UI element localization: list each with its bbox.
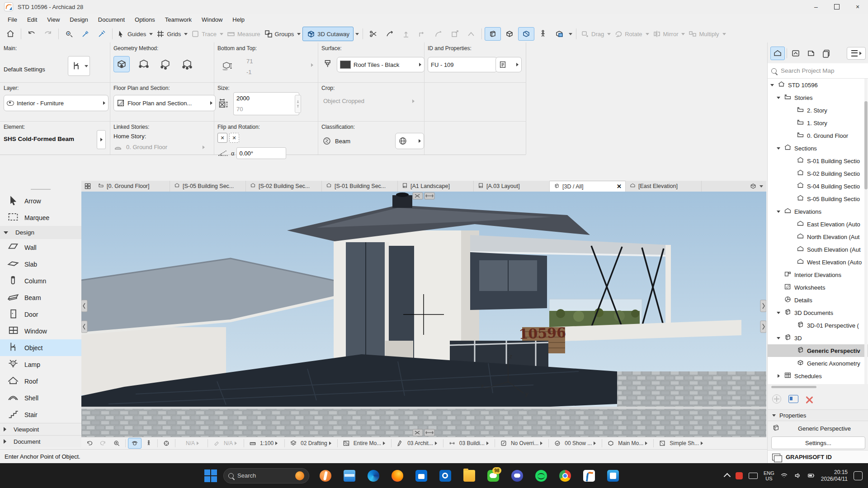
view-map-button[interactable]: [789, 47, 802, 60]
toolbox-item[interactable]: Wall: [0, 239, 81, 256]
split-button[interactable]: [366, 28, 381, 40]
size-width-field[interactable]: 2000: [233, 92, 299, 104]
taskbar-app[interactable]: [508, 467, 526, 485]
angle-field[interactable]: 0.00°: [236, 147, 286, 159]
drag-vertex-button[interactable]: [398, 28, 414, 40]
tree-hscrollbar[interactable]: [771, 386, 816, 388]
default-settings-button[interactable]: [68, 56, 84, 76]
dimension-dropdown[interactable]: [486, 441, 489, 445]
guides-button[interactable]: Guides: [115, 28, 147, 40]
close-button[interactable]: ×: [847, 0, 868, 14]
grids-dropdown[interactable]: [184, 33, 188, 35]
toolbox-item[interactable]: Window: [0, 323, 81, 339]
geometry-vertical-button[interactable]: [136, 56, 151, 72]
menu-item[interactable]: File: [3, 14, 22, 25]
trace-dropdown[interactable]: [220, 33, 223, 35]
taskbar-app[interactable]: [532, 467, 550, 485]
toolbox-item[interactable]: Slab: [0, 256, 81, 272]
toolbox-item[interactable]: Door: [0, 306, 81, 323]
navigator-menu-button[interactable]: [847, 47, 866, 60]
toolbox-item[interactable]: Roof: [0, 373, 81, 389]
tree-chevron[interactable]: [776, 312, 781, 314]
menu-item[interactable]: Design: [65, 14, 93, 25]
cutaway-view-button[interactable]: [518, 27, 534, 41]
fillet-button[interactable]: [431, 28, 446, 40]
model-view[interactable]: Main Mo...: [618, 440, 643, 446]
tree-item[interactable]: S-01 Building Sectio: [768, 155, 868, 167]
layer-field[interactable]: Interior - Furniture: [4, 95, 108, 111]
menu-item[interactable]: Document: [93, 14, 130, 25]
groups-button[interactable]: Groups: [263, 28, 296, 40]
notification-icon[interactable]: [854, 471, 863, 480]
linked-stories-expander[interactable]: [203, 145, 205, 149]
override-dropdown[interactable]: [540, 441, 542, 445]
wifi-icon[interactable]: [780, 472, 788, 479]
view-tab[interactable]: [S-05 Building Sec... ✕: [170, 181, 246, 192]
zoom-button[interactable]: [110, 438, 123, 448]
explore-button[interactable]: [142, 438, 155, 448]
scale-value[interactable]: 1:100: [260, 440, 274, 446]
layer-combination[interactable]: 02 Drafting: [301, 440, 327, 446]
tree-item[interactable]: S-05 Building Sectio: [768, 192, 868, 205]
layout-book-button[interactable]: [804, 47, 818, 60]
tab-list-dropdown[interactable]: [746, 181, 766, 192]
3d-model-scene[interactable]: 10596 z x y: [81, 192, 766, 437]
default-settings-dropdown[interactable]: [83, 56, 90, 76]
tray-app-icon[interactable]: [736, 472, 743, 479]
bottom-value[interactable]: -1: [246, 69, 252, 75]
delete-view-button[interactable]: [806, 395, 813, 403]
measure-button[interactable]: Measure: [225, 28, 262, 40]
view-box-button[interactable]: [502, 28, 517, 40]
search-input[interactable]: [780, 67, 854, 75]
3d-style-dropdown[interactable]: [701, 441, 703, 445]
grids-button[interactable]: Grids: [155, 28, 182, 40]
drag-dropdown[interactable]: [607, 33, 611, 35]
tray-overflow-icon[interactable]: [724, 473, 731, 480]
toolbox-item[interactable]: Design: [0, 226, 81, 239]
taskbar-app[interactable]: [460, 467, 478, 485]
project-map-search[interactable]: [768, 63, 868, 79]
taskbar-app[interactable]: [364, 467, 382, 485]
trace-button[interactable]: Trace: [189, 28, 218, 40]
rotate-button[interactable]: Rotate: [613, 28, 643, 40]
surface-expander[interactable]: [419, 63, 421, 66]
toolbox-drag-handle[interactable]: [31, 189, 51, 190]
clock[interactable]: 20:15 2026/04/11: [821, 469, 848, 483]
taskbar-app[interactable]: [340, 467, 359, 485]
taskbar-app[interactable]: [412, 467, 430, 485]
menu-item[interactable]: Edit: [22, 14, 42, 25]
properties-header[interactable]: Properties: [768, 409, 868, 421]
tab-overview-button[interactable]: [81, 181, 94, 192]
toolbox-item[interactable]: Object: [0, 339, 81, 356]
view-dropdown[interactable]: [569, 33, 572, 35]
menu-item[interactable]: Help: [227, 14, 250, 25]
floor-plan-section-expander[interactable]: [210, 101, 212, 105]
walk-mode-button[interactable]: [535, 28, 551, 40]
view-tab[interactable]: [A.03 Layout] ✕: [474, 181, 550, 192]
tree-item[interactable]: 0. Ground Floor: [768, 129, 868, 142]
graphic-override[interactable]: No Overri...: [511, 440, 538, 446]
element-expander[interactable]: [97, 130, 106, 149]
keyboard-icon[interactable]: [749, 473, 758, 479]
view-tab[interactable]: [0. Ground Floor] ✕: [94, 181, 170, 192]
structure-display[interactable]: Entire Mo...: [354, 440, 381, 446]
volume-icon[interactable]: [794, 472, 802, 479]
tree-item[interactable]: 3D-01 Perspective (: [768, 319, 868, 332]
floor-plan-section-field[interactable]: Floor Plan and Section...: [113, 95, 216, 111]
elevate-button[interactable]: [463, 28, 479, 40]
tree-item[interactable]: Generic Axonometry: [768, 357, 868, 370]
size-height-field[interactable]: 70: [233, 103, 299, 115]
view-tab[interactable]: [3D / All] ✕: [550, 181, 626, 192]
pen-set-dropdown[interactable]: [197, 441, 199, 445]
pen-set[interactable]: 03 Archit...: [407, 440, 433, 446]
flip-x-checkbox[interactable]: ✕: [217, 133, 227, 143]
orbit-button[interactable]: [128, 438, 142, 449]
model-view-dropdown[interactable]: [645, 441, 647, 445]
classification-button[interactable]: [395, 133, 424, 149]
minimize-button[interactable]: –: [806, 0, 826, 14]
toolbox-item[interactable]: Arrow: [0, 192, 81, 209]
dimension-style[interactable]: 03 Buildi...: [459, 440, 485, 446]
3d-viewport[interactable]: 10596 z x y: [81, 192, 766, 437]
new-3d-button[interactable]: [552, 28, 567, 40]
properties-button[interactable]: [495, 57, 522, 72]
